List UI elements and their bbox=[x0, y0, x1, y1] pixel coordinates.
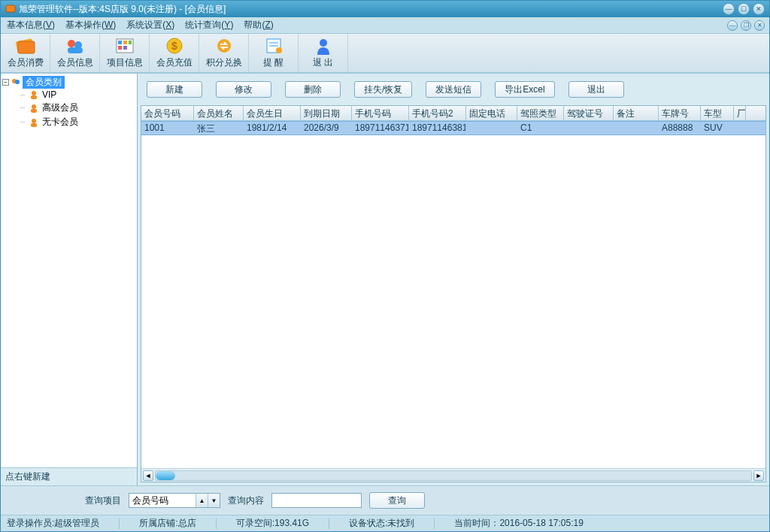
scroll-right-button[interactable]: ► bbox=[753, 470, 764, 481]
toolbar-coin-button[interactable]: $会员充值 bbox=[150, 34, 199, 72]
action-button[interactable]: 发送短信 bbox=[426, 81, 481, 98]
titlebar[interactable]: 旭荣管理软件--版本:4S店版 9.0(未注册) - [会员信息] — ☐ ✕ bbox=[1, 1, 769, 17]
mdi-minimize-button[interactable]: — bbox=[727, 20, 738, 31]
table-cell: 1981/2/14 bbox=[244, 122, 301, 135]
search-content-input[interactable] bbox=[271, 493, 362, 508]
toolbar-card-button[interactable]: 会员消费 bbox=[1, 34, 50, 72]
status-time-value: 2016-05-18 17:05:19 bbox=[499, 518, 583, 528]
menu-Y[interactable]: 统计查询(Y) bbox=[185, 19, 233, 32]
table-cell bbox=[734, 122, 746, 135]
scroll-thumb[interactable] bbox=[156, 471, 175, 480]
swap-icon bbox=[214, 37, 235, 55]
mdi-close-button[interactable]: ✕ bbox=[754, 20, 765, 31]
column-header[interactable]: 会员姓名 bbox=[194, 106, 244, 120]
column-header[interactable]: 车牌号 bbox=[659, 106, 701, 120]
tree-root-label: 会员类别 bbox=[23, 76, 65, 89]
svg-rect-10 bbox=[118, 46, 122, 50]
tree-item-label: 高级会员 bbox=[42, 101, 78, 114]
close-button[interactable]: ✕ bbox=[753, 3, 765, 15]
action-button[interactable]: 导出Excel bbox=[495, 81, 554, 98]
action-button[interactable]: 挂失/恢复 bbox=[354, 81, 412, 98]
toolbar-grid-button[interactable]: 项目信息 bbox=[100, 34, 150, 72]
coin-icon: $ bbox=[164, 37, 185, 55]
column-header[interactable]: 会员生日 bbox=[244, 106, 301, 120]
svg-rect-27 bbox=[31, 123, 37, 127]
scroll-left-button[interactable]: ◄ bbox=[143, 470, 153, 481]
menu-V[interactable]: 基本信息(V) bbox=[7, 19, 55, 32]
tree-item[interactable]: ┈VIP bbox=[2, 89, 135, 101]
table-cell: 18971146371 bbox=[352, 122, 409, 135]
table-cell: 2026/3/9 bbox=[301, 122, 352, 135]
scroll-track[interactable] bbox=[155, 470, 752, 481]
member-icon bbox=[29, 89, 39, 100]
toolbar-label: 积分兑换 bbox=[206, 56, 242, 69]
column-header[interactable]: 驾驶证号 bbox=[564, 106, 614, 120]
table-cell bbox=[614, 122, 659, 135]
svg-rect-8 bbox=[123, 41, 127, 44]
members-grid[interactable]: 会员号码会员姓名会员生日到期日期手机号码手机号码2固定电话驾照类型驾驶证号备注车… bbox=[141, 105, 766, 482]
table-cell: 1001 bbox=[141, 122, 194, 135]
menu-W[interactable]: 基本操作(W) bbox=[65, 19, 116, 32]
maximize-button[interactable]: ☐ bbox=[738, 3, 750, 15]
minimize-button[interactable]: — bbox=[723, 3, 735, 15]
action-button[interactable]: 删除 bbox=[285, 81, 341, 98]
sidebar-hint: 点右键新建 bbox=[1, 467, 137, 485]
svg-rect-25 bbox=[31, 109, 37, 113]
column-header[interactable]: 到期日期 bbox=[301, 106, 352, 120]
action-button[interactable]: 修改 bbox=[216, 81, 271, 98]
toolbar-people-button[interactable]: 会员信息 bbox=[50, 34, 100, 72]
grid-header[interactable]: 会员号码会员姓名会员生日到期日期手机号码手机号码2固定电话驾照类型驾驶证号备注车… bbox=[141, 106, 765, 121]
people-icon bbox=[65, 37, 86, 55]
svg-text:$: $ bbox=[171, 40, 177, 52]
combo-up-icon[interactable]: ▲ bbox=[196, 494, 208, 507]
column-header[interactable]: 手机号码 bbox=[352, 106, 409, 120]
svg-point-22 bbox=[32, 91, 36, 95]
svg-rect-0 bbox=[6, 5, 15, 12]
menubar: 基本信息(V)基本操作(W)系统设置(X)统计查询(Y)帮助(Z) — ❐ ✕ bbox=[1, 17, 769, 34]
horizontal-scrollbar[interactable]: ◄ ► bbox=[141, 468, 765, 482]
toolbar-label: 提 醒 bbox=[263, 56, 283, 69]
search-project-input[interactable] bbox=[129, 494, 196, 507]
status-operator-value: 超级管理员 bbox=[54, 518, 99, 528]
svg-point-18 bbox=[276, 47, 282, 53]
tree-item[interactable]: ┈高级会员 bbox=[2, 101, 135, 115]
action-button[interactable]: 新建 bbox=[147, 81, 202, 98]
column-header[interactable]: 备注 bbox=[614, 106, 659, 120]
tree-root[interactable]: − 会员类别 bbox=[2, 76, 135, 89]
menu-X[interactable]: 系统设置(X) bbox=[126, 19, 174, 32]
combo-down-icon[interactable]: ▼ bbox=[208, 494, 220, 507]
svg-point-14 bbox=[217, 39, 231, 53]
grid-body[interactable]: 1001张三1981/2/142026/3/918971146371189711… bbox=[141, 121, 765, 468]
search-project-combo[interactable]: ▲ ▼ bbox=[129, 493, 220, 508]
column-header[interactable]: 固定电话 bbox=[466, 106, 517, 120]
toolbar-person-button[interactable]: 退 出 bbox=[299, 34, 348, 72]
column-header[interactable]: 会员号码 bbox=[141, 106, 194, 120]
toolbar-swap-button[interactable]: 积分兑换 bbox=[199, 34, 249, 72]
mdi-restore-button[interactable]: ❐ bbox=[741, 20, 751, 31]
menu-Z[interactable]: 帮助(Z) bbox=[244, 19, 273, 32]
svg-point-21 bbox=[15, 80, 20, 84]
table-cell: C1 bbox=[517, 122, 564, 135]
column-header[interactable]: 手机号码2 bbox=[409, 106, 466, 120]
column-header[interactable]: 厂 bbox=[734, 106, 746, 120]
column-header[interactable]: 车型 bbox=[701, 106, 734, 120]
toolbar-note-button[interactable]: 提 醒 bbox=[249, 34, 299, 72]
svg-rect-5 bbox=[68, 47, 83, 53]
column-header[interactable]: 驾照类型 bbox=[517, 106, 564, 120]
app-window: 旭荣管理软件--版本:4S店版 9.0(未注册) - [会员信息] — ☐ ✕ … bbox=[0, 0, 770, 532]
tree-item[interactable]: ┈无卡会员 bbox=[2, 115, 135, 129]
toolbar-label: 项目信息 bbox=[107, 56, 143, 69]
svg-rect-7 bbox=[118, 41, 122, 44]
table-cell bbox=[466, 122, 517, 135]
action-button[interactable]: 退出 bbox=[568, 81, 624, 98]
expand-collapse-icon[interactable]: − bbox=[2, 79, 9, 86]
table-cell: 18971146381 bbox=[409, 122, 466, 135]
table-cell: 张三 bbox=[194, 122, 244, 135]
search-button[interactable]: 查询 bbox=[369, 492, 425, 509]
grid-icon bbox=[114, 37, 135, 55]
status-device-value: 未找到 bbox=[387, 518, 414, 528]
svg-rect-9 bbox=[129, 41, 132, 44]
status-shop-value: 总店 bbox=[178, 518, 196, 528]
table-row[interactable]: 1001张三1981/2/142026/3/918971146371189711… bbox=[141, 121, 765, 135]
category-tree[interactable]: − 会员类别 ┈VIP┈高级会员┈无卡会员 bbox=[1, 74, 137, 467]
